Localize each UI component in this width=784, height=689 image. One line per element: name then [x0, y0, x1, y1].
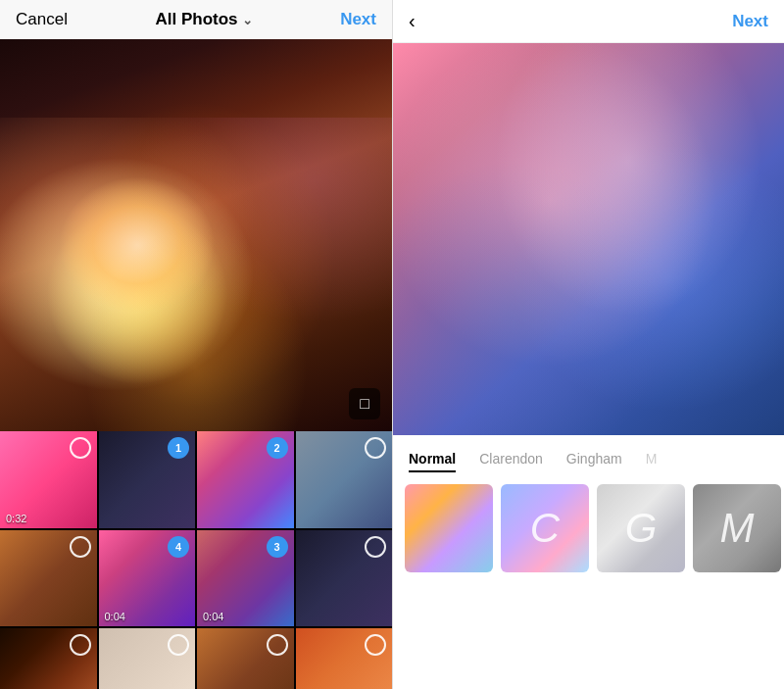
grid-cell-10[interactable]	[197, 628, 294, 689]
filter-section: Normal Clarendon Gingham M C G	[393, 435, 784, 689]
filter-thumb-normal	[405, 484, 493, 572]
filter-item-moon[interactable]: M	[693, 484, 781, 572]
filter-row: C G M	[393, 484, 784, 572]
filter-thumb-moon: M	[693, 484, 781, 572]
filter-thumb-clarendon: C	[501, 484, 589, 572]
filter-tab-gingham[interactable]: Gingham	[566, 451, 622, 472]
video-duration-5: 0:04	[105, 611, 125, 622]
selection-circle-7	[365, 536, 386, 558]
selection-circle-8	[70, 634, 91, 656]
left-main-photo: □	[0, 39, 392, 431]
left-next-button[interactable]: Next	[340, 10, 376, 29]
photo-grid: 0:32 1 2 4 0:04 3 0:04	[0, 431, 392, 689]
selection-num-1: 1	[168, 437, 189, 459]
filter-letter-gingham: G	[597, 484, 685, 572]
cancel-button[interactable]: Cancel	[16, 10, 68, 29]
back-button[interactable]: ‹	[409, 10, 416, 32]
grid-cell-1[interactable]: 1	[99, 431, 196, 528]
filter-tab-moon[interactable]: M	[646, 451, 658, 472]
filter-tab-clarendon[interactable]: Clarendon	[479, 451, 543, 472]
left-panel: Cancel All Photos ⌄ Next □ 0:32 1 2	[0, 0, 392, 689]
grid-cell-11[interactable]	[296, 628, 393, 689]
chevron-down-icon: ⌄	[242, 13, 253, 27]
selection-num-6: 3	[267, 536, 288, 558]
selection-circle-4	[70, 536, 91, 558]
album-title-text: All Photos	[156, 10, 238, 29]
left-header: Cancel All Photos ⌄ Next	[0, 0, 392, 39]
filter-thumb-gingham: G	[597, 484, 685, 572]
selection-circle-0	[70, 437, 91, 459]
filter-letter-clarendon: C	[501, 484, 589, 572]
filter-letter-moon: M	[693, 484, 781, 572]
selection-circle-9	[168, 634, 189, 656]
expand-button[interactable]: □	[349, 388, 380, 419]
selection-num-5: 4	[168, 536, 189, 558]
right-main-photo	[393, 43, 784, 435]
filter-tab-normal[interactable]: Normal	[409, 451, 456, 472]
grid-cell-7[interactable]	[296, 530, 393, 627]
video-duration-0: 0:32	[6, 513, 26, 524]
right-next-button[interactable]: Next	[732, 12, 768, 31]
filter-letter-normal	[405, 484, 493, 572]
grid-cell-8[interactable]	[0, 628, 97, 689]
selection-circle-11	[365, 634, 386, 656]
grid-cell-9[interactable]	[99, 628, 196, 689]
filter-tabs: Normal Clarendon Gingham M	[393, 451, 784, 472]
grid-cell-6[interactable]: 3 0:04	[197, 530, 294, 627]
right-header: ‹ Next	[393, 0, 784, 43]
filter-item-gingham[interactable]: G	[597, 484, 685, 572]
right-main-photo-bg	[393, 43, 784, 435]
grid-cell-3[interactable]	[296, 431, 393, 528]
right-panel: ‹ Next Normal Clarendon Gingham M C	[392, 0, 784, 689]
filter-item-normal[interactable]	[405, 484, 493, 572]
grid-cell-4[interactable]	[0, 530, 97, 627]
grid-cell-2[interactable]: 2	[197, 431, 294, 528]
video-duration-6: 0:04	[203, 611, 223, 622]
grid-cell-5[interactable]: 4 0:04	[99, 530, 196, 627]
album-title[interactable]: All Photos ⌄	[156, 10, 253, 29]
filter-item-clarendon[interactable]: C	[501, 484, 589, 572]
selection-num-2: 2	[267, 437, 288, 459]
grid-cell-0[interactable]: 0:32	[0, 431, 97, 528]
selection-circle-3	[365, 437, 386, 459]
expand-icon: □	[360, 395, 369, 413]
selection-circle-10	[267, 634, 288, 656]
left-main-photo-bg	[0, 39, 392, 431]
